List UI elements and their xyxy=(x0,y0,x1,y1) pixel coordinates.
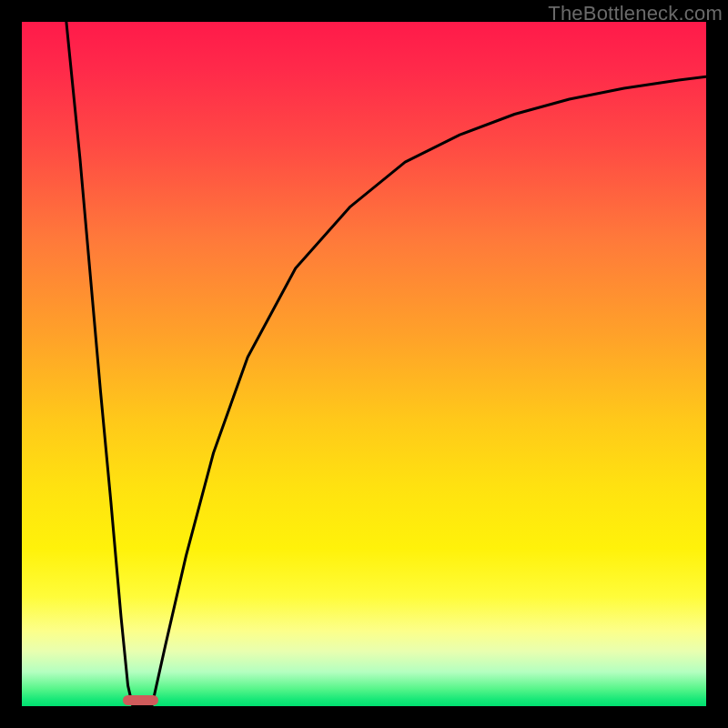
plot-area xyxy=(22,22,706,706)
watermark-text: TheBottleneck.com xyxy=(548,2,723,25)
optimal-marker xyxy=(123,695,158,705)
chart-frame: TheBottleneck.com xyxy=(0,0,728,728)
curve-path xyxy=(66,22,706,706)
bottleneck-curve xyxy=(22,22,706,706)
